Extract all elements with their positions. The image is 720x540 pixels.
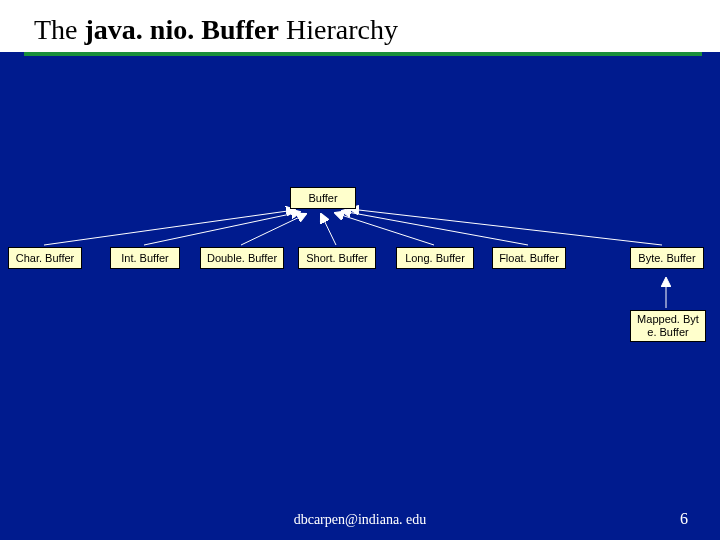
svg-line-1 — [144, 212, 300, 245]
node-longbuffer: Long. Buffer — [396, 247, 474, 269]
node-floatbuffer: Float. Buffer — [492, 247, 566, 269]
node-intbuffer: Int. Buffer — [110, 247, 180, 269]
svg-line-2 — [241, 214, 306, 245]
slide: The java. nio. Buffer Hierarchy Buffer C… — [0, 0, 720, 540]
title-prefix: The — [34, 14, 85, 45]
title-area: The java. nio. Buffer Hierarchy — [0, 0, 720, 52]
svg-line-6 — [350, 209, 662, 245]
title-suffix: Hierarchy — [279, 14, 398, 45]
inheritance-connectors — [0, 0, 720, 540]
node-shortbuffer: Short. Buffer — [298, 247, 376, 269]
svg-line-3 — [321, 214, 336, 245]
svg-line-5 — [342, 211, 528, 245]
title-classpath: java. nio. Buffer — [85, 14, 279, 45]
title-underline — [24, 52, 702, 56]
node-mapped-line1: Mapped. Byt — [637, 313, 699, 326]
node-mapped-line2: e. Buffer — [647, 326, 688, 339]
node-mappedbytebuffer: Mapped. Byt e. Buffer — [630, 310, 706, 342]
svg-line-4 — [335, 213, 434, 245]
svg-line-0 — [44, 210, 295, 245]
footer-page-number: 6 — [680, 510, 688, 528]
node-charbuffer: Char. Buffer — [8, 247, 82, 269]
node-buffer: Buffer — [290, 187, 356, 209]
footer-email: dbcarpen@indiana. edu — [0, 512, 720, 528]
node-doublebuffer: Double. Buffer — [200, 247, 284, 269]
slide-title: The java. nio. Buffer Hierarchy — [34, 14, 720, 46]
node-bytebuffer: Byte. Buffer — [630, 247, 704, 269]
